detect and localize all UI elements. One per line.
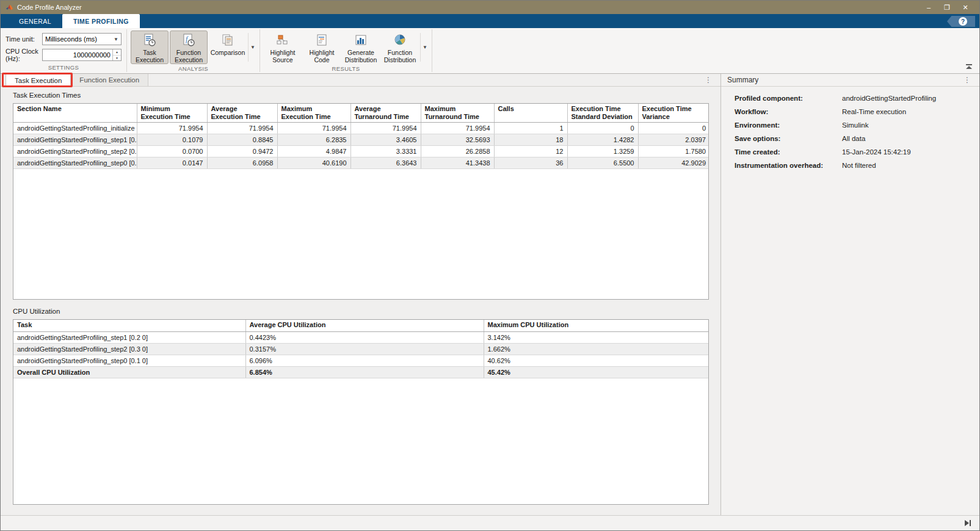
summary-field: Workflow: Real-Time execution (735, 108, 973, 115)
function-distribution-button-label: Function Distribution (382, 49, 418, 63)
close-button[interactable]: ✕ (956, 1, 975, 14)
cell: 1.662% (484, 343, 709, 355)
cpu-utilization-table-container: TaskAverage CPU UtilizationMaximum CPU U… (13, 319, 709, 505)
table-row[interactable]: androidGettingStartedProfiling_step0 [0.… (13, 157, 709, 169)
stepper-up-icon[interactable]: ▲ (113, 49, 121, 56)
tab-time-profiling[interactable]: TIME PROFILING (62, 14, 140, 28)
stepper-down-icon[interactable]: ▼ (113, 56, 121, 61)
table-row[interactable]: androidGettingStartedProfiling_initializ… (13, 123, 709, 134)
function-distribution-icon (393, 33, 407, 48)
table-row[interactable]: androidGettingStartedProfiling_step2 [0.… (13, 343, 709, 355)
chevron-down-icon: ▼ (114, 37, 118, 42)
comparison-button-label: Comparison (211, 49, 245, 56)
cell: 45.42% (484, 366, 709, 378)
cell: 42.9029 (638, 157, 709, 169)
highlight-code-button[interactable]: Highlight Code (303, 31, 341, 64)
summary-field-label: Instrumentation overhead: (735, 162, 842, 169)
summary-field-label: Profiled component: (735, 95, 842, 102)
cpu-clock-input[interactable] (43, 49, 112, 60)
column-header: Task (13, 320, 245, 331)
cell: 2.0397 (638, 134, 709, 146)
task-execution-button[interactable]: Task Execution (131, 31, 169, 64)
cell: 26.2858 (421, 146, 494, 157)
cell: androidGettingStartedProfiling_step0 [0.… (13, 157, 137, 169)
summary-field: Instrumentation overhead: Not filtered (735, 162, 973, 169)
cell: 1 (494, 123, 567, 134)
toolstrip: Time unit: Milliseconds (ms) ▼ CPU Clock… (1, 28, 979, 74)
table-row[interactable]: androidGettingStartedProfiling_step1 [0.… (13, 331, 709, 343)
column-header: Section Name (13, 104, 137, 123)
code-profile-analyzer-window: Code Profile Analyzer – ❐ ✕ GENERAL TIME… (0, 0, 980, 531)
column-header: Minimum Execution Time (137, 104, 207, 123)
statusbar (1, 515, 979, 530)
column-header: Average CPU Utilization (245, 320, 484, 331)
cell: 0.0700 (137, 146, 207, 157)
comparison-button[interactable]: Comparison (209, 31, 247, 64)
restore-button[interactable]: ❐ (938, 1, 956, 14)
expand-panel-icon[interactable] (965, 520, 971, 526)
collapse-toolstrip-icon[interactable] (965, 64, 973, 70)
function-distribution-button[interactable]: Function Distribution (381, 31, 419, 64)
function-execution-button[interactable]: f Function Execution (170, 31, 208, 64)
time-unit-dropdown[interactable]: Milliseconds (ms) ▼ (42, 33, 122, 45)
cell: 4.9847 (277, 146, 350, 157)
cell: 0.3157% (245, 343, 484, 355)
comparison-icon (220, 33, 235, 48)
cell: 3.142% (484, 331, 709, 343)
cell: 0.9472 (207, 146, 277, 157)
column-header: Maximum Turnaround Time (421, 104, 494, 123)
table-row[interactable]: Overall CPU Utilization6.854%45.42% (13, 366, 709, 378)
generate-distribution-icon (354, 33, 368, 48)
cell: 71.9954 (350, 123, 421, 134)
cell: 40.6190 (277, 157, 350, 169)
doc-tab-task-execution[interactable]: Task Execution (5, 74, 71, 86)
function-execution-icon: f (181, 33, 196, 48)
cell: 6.2835 (277, 134, 350, 146)
cell: androidGettingStartedProfiling_step1 [0.… (13, 134, 137, 146)
table-row[interactable]: androidGettingStartedProfiling_step2 [0.… (13, 146, 709, 157)
cpu-clock-field-wrap: ▲ ▼ (42, 49, 122, 61)
doc-tab-function-execution[interactable]: Function Execution (71, 74, 148, 86)
cell: 71.9954 (277, 123, 350, 134)
task-execution-icon (142, 33, 157, 48)
settings-section-label: SETTINGS (1, 64, 126, 73)
summary-actions-menu-icon[interactable]: ⋮ (964, 76, 971, 84)
task-execution-button-label: Task Execution (131, 49, 168, 63)
summary-panel: Summary ⋮ Profiled component: androidGet… (721, 74, 979, 515)
cell: 71.9954 (137, 123, 207, 134)
cell: 0.1079 (137, 134, 207, 146)
window-title: Code Profile Analyzer (17, 4, 920, 11)
cell: 6.854% (245, 366, 484, 378)
column-header: Average Execution Time (207, 104, 277, 123)
cell: androidGettingStartedProfiling_step2 [0.… (13, 146, 137, 157)
results-section: Highlight Source Highlight Code (260, 28, 432, 73)
summary-field: Environment: Simulink (735, 121, 973, 129)
tab-general[interactable]: GENERAL (8, 14, 62, 28)
cpu-clock-label: CPU Clock (Hz): (5, 48, 40, 62)
cell: 3.3331 (350, 146, 421, 157)
task-execution-table: Section NameMinimum Execution TimeAverag… (13, 104, 709, 169)
highlight-source-button[interactable]: Highlight Source (264, 31, 302, 64)
generate-distribution-button[interactable]: Generate Distribution (342, 31, 380, 64)
function-execution-button-label: Function Execution (170, 49, 207, 63)
titlebar: Code Profile Analyzer – ❐ ✕ (1, 1, 979, 14)
task-execution-view: Task Execution Times Section NameMinimum… (1, 87, 720, 515)
cell: 71.9954 (421, 123, 494, 134)
results-gallery-dropdown[interactable]: ▼ (420, 33, 429, 62)
time-unit-label: Time unit: (5, 35, 40, 43)
cell: 40.62% (484, 355, 709, 366)
table-row[interactable]: androidGettingStartedProfiling_step0 [0.… (13, 355, 709, 366)
cell: 0.8845 (207, 134, 277, 146)
document-actions-menu-icon[interactable]: ⋮ (705, 74, 712, 86)
summary-field-label: Environment: (735, 121, 842, 129)
cpu-utilization-table: TaskAverage CPU UtilizationMaximum CPU U… (13, 320, 709, 378)
table-row[interactable]: androidGettingStartedProfiling_step1 [0.… (13, 134, 709, 146)
analysis-gallery-dropdown[interactable]: ▼ (248, 33, 257, 62)
help-button[interactable]: ? (947, 16, 975, 27)
cell: 6.3643 (350, 157, 421, 169)
cell: 0.4423% (245, 331, 484, 343)
cell: 18 (494, 134, 567, 146)
cell: androidGettingStartedProfiling_step0 [0.… (13, 355, 245, 366)
minimize-button[interactable]: – (920, 1, 938, 14)
task-table-title: Task Execution Times (13, 92, 720, 99)
